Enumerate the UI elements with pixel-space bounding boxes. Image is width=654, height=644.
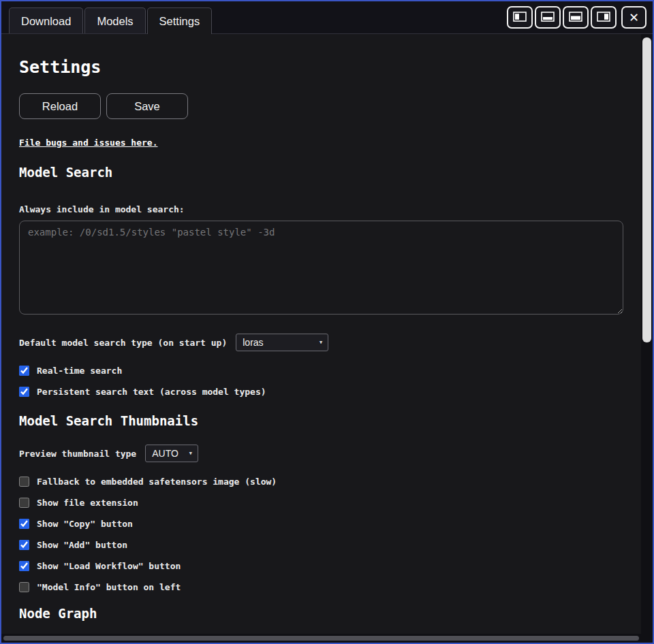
vertical-scrollbar-thumb[interactable] [642,37,651,342]
show-file-extension-checkbox[interactable] [19,498,29,508]
action-buttons: Reload Save [19,93,623,119]
default-search-type-label: Default model search type (on start up) [19,338,227,348]
dock-bottom-button[interactable] [535,6,561,29]
show-copy-button-label: Show "Copy" button [37,519,133,529]
dock-right-icon [597,12,610,24]
section-node-graph: Node Graph [19,606,623,621]
page-title: Settings [19,57,623,77]
model-info-left-checkbox[interactable] [19,582,29,592]
horizontal-scrollbar-thumb[interactable] [3,636,639,641]
dock-right-button[interactable] [591,6,617,29]
fallback-safetensors-checkbox[interactable] [19,477,29,487]
dock-panel-bottom-icon [569,12,582,24]
default-search-type-row: Default model search type (on start up) … [19,334,623,351]
close-button[interactable]: ✕ [621,6,647,29]
realtime-search-checkbox[interactable] [19,366,29,376]
show-load-workflow-label: Show "Load Workflow" button [37,561,181,571]
persistent-search-label: Persistent search text (across model typ… [37,387,266,397]
show-copy-button-checkbox[interactable] [19,519,29,529]
dock-bottom-icon [541,12,555,24]
preview-thumbnail-type-select[interactable]: AUTO [145,445,198,462]
show-add-button-checkbox[interactable] [19,540,29,550]
always-include-textarea[interactable] [19,221,623,315]
vertical-scrollbar[interactable] [641,34,653,634]
realtime-search-row[interactable]: Real-time search [19,366,122,376]
realtime-search-label: Real-time search [37,366,122,376]
default-search-type-select[interactable]: loras [236,334,328,351]
always-include-label: Always include in model search: [19,204,623,214]
bugs-link[interactable]: File bugs and issues here. [19,138,158,148]
scrollbar-corner [641,634,653,643]
show-add-button-label: Show "Add" button [37,540,127,550]
show-file-extension-row[interactable]: Show file extension [19,498,138,508]
window-controls: ✕ [507,1,653,33]
tab-download[interactable]: Download [9,7,83,33]
settings-panel: Settings Reload Save File bugs and issue… [1,34,641,634]
tab-bar: Download Models Settings [1,1,212,33]
model-manager-window: Download Models Settings [0,0,654,644]
dock-panel-bottom-button[interactable] [563,6,589,29]
tab-models[interactable]: Models [84,7,145,33]
show-load-workflow-checkbox[interactable] [19,561,29,571]
dock-left-button[interactable] [507,6,533,29]
preview-thumbnail-type-label: Preview thumbnail type [19,449,136,459]
reload-button[interactable]: Reload [19,93,101,119]
persistent-search-checkbox[interactable] [19,387,29,397]
persistent-search-row[interactable]: Persistent search text (across model typ… [19,387,266,397]
section-model-search-thumbnails: Model Search Thumbnails [19,413,623,428]
preview-thumbnail-type-row: Preview thumbnail type AUTO ▾ [19,445,623,462]
show-file-extension-label: Show file extension [37,498,138,508]
tab-settings[interactable]: Settings [147,7,213,34]
model-info-left-row[interactable]: "Model Info" button on left [19,582,181,592]
default-search-type-select-wrap: loras ▾ [236,334,328,351]
horizontal-scrollbar[interactable] [1,634,641,643]
preview-thumbnail-type-select-wrap: AUTO ▾ [145,445,198,462]
fallback-safetensors-row[interactable]: Fallback to embedded safetensors image (… [19,477,277,487]
show-load-workflow-row[interactable]: Show "Load Workflow" button [19,561,181,571]
fallback-safetensors-label: Fallback to embedded safetensors image (… [37,477,277,487]
model-info-left-label: "Model Info" button on left [37,582,181,592]
save-button[interactable]: Save [106,93,188,119]
topbar: Download Models Settings [1,1,653,34]
close-icon: ✕ [629,10,639,25]
dock-left-icon [513,12,527,24]
show-add-button-row[interactable]: Show "Add" button [19,540,127,550]
show-copy-button-row[interactable]: Show "Copy" button [19,519,133,529]
section-model-search: Model Search [19,165,623,180]
